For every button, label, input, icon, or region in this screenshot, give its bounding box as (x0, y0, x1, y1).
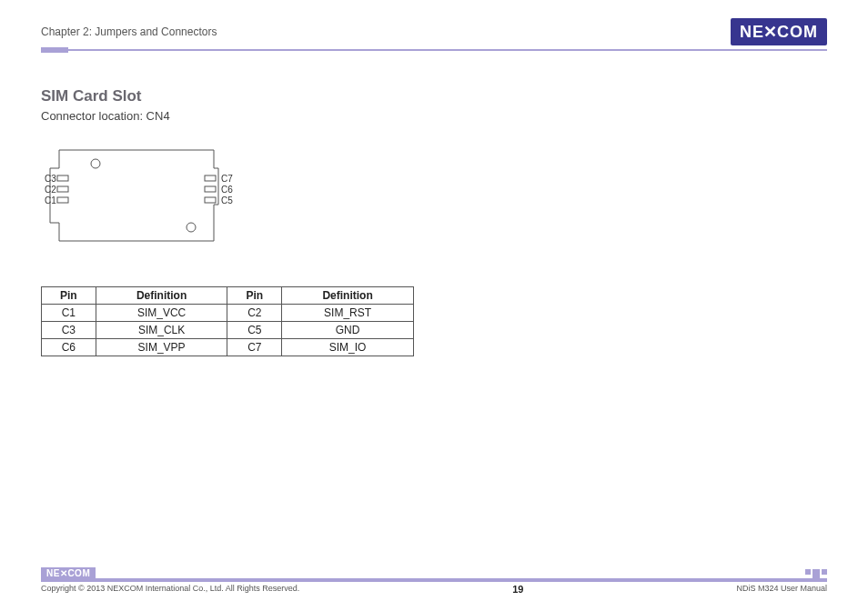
chapter-title: Chapter 2: Jumpers and Connectors (41, 25, 217, 38)
pin-label-c7: C7 (221, 174, 233, 184)
svg-rect-4 (57, 197, 68, 203)
manual-name: NDiS M324 User Manual (736, 584, 827, 595)
pin-cell: C5 (227, 322, 282, 339)
footer-logo: NE✕COM (41, 567, 96, 579)
pin-label-c2: C2 (45, 185, 56, 195)
pin-definition-table: Pin Definition Pin Definition C1SIM_VCCC… (41, 286, 414, 356)
col-definition: Definition (282, 287, 414, 305)
connector-location: Connector location: CN4 (41, 109, 827, 123)
table-header-row: Pin Definition Pin Definition (42, 287, 414, 305)
pin-label-c5: C5 (221, 195, 233, 205)
svg-point-0 (91, 159, 100, 168)
col-definition: Definition (96, 287, 227, 305)
definition-cell: SIM_VPP (96, 339, 227, 356)
page-number: 19 (512, 584, 523, 595)
definition-cell: SIM_VCC (96, 305, 227, 322)
pin-label-c3: C3 (45, 174, 56, 184)
svg-rect-6 (205, 186, 216, 192)
pin-label-c1: C1 (45, 195, 56, 205)
definition-cell: SIM_IO (282, 339, 414, 356)
nexcom-logo: NE✕COM (731, 18, 827, 45)
table-row: C6SIM_VPPC7SIM_IO (42, 339, 414, 356)
logo-x-icon: ✕ (763, 22, 778, 42)
table-row: C3SIM_CLKC5GND (42, 322, 414, 339)
table-row: C1SIM_VCCC2SIM_RST (42, 305, 414, 322)
pin-cell: C7 (227, 339, 282, 356)
pin-cell: C2 (227, 305, 282, 322)
definition-cell: SIM_RST (282, 305, 414, 322)
svg-rect-3 (57, 186, 68, 192)
sim-slot-diagram: C3 C2 C1 C7 C6 C5 (41, 141, 827, 254)
copyright-text: Copyright © 2013 NEXCOM International Co… (41, 584, 299, 595)
col-pin: Pin (227, 287, 282, 305)
svg-rect-2 (57, 175, 68, 181)
pin-cell: C1 (42, 305, 96, 322)
page-footer: NE✕COM Copyright © 2013 NEXCOM Internati… (41, 578, 827, 595)
svg-point-1 (187, 223, 196, 232)
section-title: SIM Card Slot (41, 87, 827, 105)
definition-cell: GND (282, 322, 414, 339)
pin-cell: C3 (42, 322, 96, 339)
definition-cell: SIM_CLK (96, 322, 227, 339)
svg-rect-5 (205, 175, 216, 181)
col-pin: Pin (42, 287, 96, 305)
pin-label-c6: C6 (221, 185, 233, 195)
footer-marks-icon (805, 569, 827, 580)
svg-rect-7 (205, 197, 216, 203)
header-divider (41, 49, 827, 51)
pin-cell: C6 (42, 339, 96, 356)
